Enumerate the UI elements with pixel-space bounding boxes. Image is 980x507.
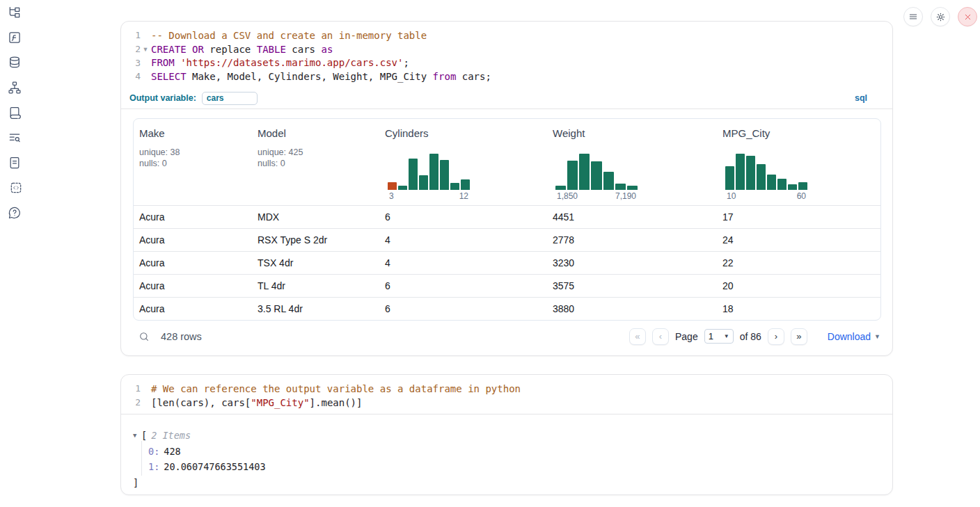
table-cell: TL 4dr <box>252 280 379 291</box>
variables-icon[interactable] <box>0 25 29 50</box>
histogram-bar <box>450 183 459 190</box>
table-cell: Acura <box>134 303 252 314</box>
table-cell: 4 <box>379 234 547 246</box>
table-cell: 3575 <box>547 280 717 291</box>
histogram-bar <box>767 175 776 190</box>
shutdown-button[interactable] <box>958 7 977 26</box>
code-line[interactable]: 4SELECT Make, Model, Cylinders, Weight, … <box>121 70 892 83</box>
table-cell: 3880 <box>547 303 717 314</box>
table-cell: 6 <box>379 303 547 314</box>
table-row[interactable]: AcuraTL 4dr6357520 <box>134 274 880 297</box>
table-cell: 20 <box>717 280 880 291</box>
search-icon[interactable] <box>139 331 150 342</box>
line-number: 4 <box>121 71 142 81</box>
histogram-bar <box>757 164 766 190</box>
histogram-bar <box>736 154 745 190</box>
table-row[interactable]: AcuraTSX 4dr4323022 <box>134 251 880 274</box>
column-header-mpg-city[interactable]: MPG_City 1060 <box>717 119 880 205</box>
column-stats: unique: 425 nulls: 0 <box>258 147 374 169</box>
mpg-city-histogram: 1060 <box>725 154 807 201</box>
download-button[interactable]: Download ▼ <box>828 331 880 342</box>
code-line[interactable]: 2▼CREATE OR replace TABLE cars as <box>121 42 892 56</box>
histogram-bar <box>555 186 566 190</box>
column-header-cylinders[interactable]: Cylinders 312 <box>379 119 547 205</box>
histogram-bar <box>591 161 601 190</box>
sql-cell-footer: Output variable: sql <box>121 88 892 109</box>
language-badge[interactable]: sql <box>855 93 867 103</box>
code-line[interactable]: 1-- Download a CSV and create an in-memo… <box>121 29 892 42</box>
next-page-button[interactable]: › <box>768 328 784 345</box>
histogram-bar <box>788 184 797 190</box>
histogram-bar <box>398 186 407 190</box>
column-header-weight[interactable]: Weight 1,8507,190 <box>547 119 717 205</box>
first-page-button[interactable]: « <box>629 328 646 345</box>
histogram-bar <box>461 179 470 190</box>
help-icon[interactable] <box>0 200 29 225</box>
table-header-row: Make unique: 38 nulls: 0 Model unique: 4… <box>134 119 880 205</box>
list-output-tree: ▼ [ 2 Items 0: 428 1: 20.060747663551403… <box>121 415 892 490</box>
output-variable-label: Output variable: <box>129 93 196 103</box>
chevron-down-icon: ▼ <box>724 333 729 339</box>
weight-histogram: 1,8507,190 <box>555 154 638 201</box>
line-number: 1 <box>121 383 142 394</box>
fold-chevron-icon[interactable]: ▼ <box>142 46 149 53</box>
tree-entries: 0: 428 1: 20.060747663551403 <box>141 441 880 476</box>
items-count-label: 2 Items <box>151 430 191 441</box>
line-number: 3 <box>121 58 142 68</box>
page-select[interactable]: 1 ▼ <box>704 329 734 344</box>
menu-button[interactable] <box>903 7 923 26</box>
collapse-chevron-icon[interactable]: ▼ <box>133 432 141 439</box>
histogram-bar <box>579 154 590 190</box>
settings-button[interactable] <box>931 7 950 26</box>
table-cell: 2778 <box>547 234 717 246</box>
histogram-bar <box>615 184 626 190</box>
hamburger-icon <box>908 12 918 22</box>
histogram-bar <box>440 160 449 190</box>
dependency-graph-icon[interactable] <box>0 75 29 100</box>
code-line[interactable]: 2[len(cars), cars["MPG_City"].mean()] <box>121 396 892 410</box>
code-line[interactable]: 1# We can reference the output variable … <box>121 382 892 396</box>
dataframe-table: Make unique: 38 nulls: 0 Model unique: 4… <box>133 118 881 321</box>
table-cell: 4451 <box>547 211 717 223</box>
table-row[interactable]: AcuraRSX Type S 2dr4277824 <box>134 228 880 251</box>
table-cell: Acura <box>134 211 252 223</box>
table-cell: 6 <box>379 211 547 223</box>
histogram-bar <box>746 156 755 190</box>
logs-icon[interactable] <box>0 125 29 150</box>
table-cell: 24 <box>717 234 880 246</box>
table-cell: 3230 <box>547 257 717 268</box>
last-page-button[interactable]: » <box>791 328 807 345</box>
gear-icon <box>935 12 946 22</box>
code-line[interactable]: 3FROM 'https://datasets.marimo.app/cars.… <box>121 56 892 70</box>
cylinders-histogram: 312 <box>388 154 470 201</box>
snippets-icon[interactable] <box>0 175 29 200</box>
output-variable-input[interactable] <box>202 92 258 105</box>
packages-icon[interactable] <box>0 100 29 125</box>
table-cell: 22 <box>717 257 880 268</box>
histogram-bar <box>388 182 397 190</box>
column-header-make[interactable]: Make unique: 38 nulls: 0 <box>134 119 252 205</box>
chevron-down-icon: ▼ <box>874 333 880 340</box>
table-cell: 18 <box>717 303 880 314</box>
page-label: Page <box>675 331 698 342</box>
histogram-bar <box>419 175 428 190</box>
sql-code-editor[interactable]: 1-- Download a CSV and create an in-memo… <box>121 22 892 88</box>
file-explorer-icon[interactable] <box>0 0 29 25</box>
documentation-icon[interactable] <box>0 150 29 175</box>
sidebar <box>0 0 29 507</box>
prev-page-button[interactable]: ‹ <box>652 328 669 345</box>
table-cell: 3.5 RL 4dr <box>252 303 379 314</box>
datasources-icon[interactable] <box>0 50 29 75</box>
histogram-bar <box>409 159 418 190</box>
table-body: AcuraMDX6445117AcuraRSX Type S 2dr427782… <box>134 205 880 320</box>
close-bracket: ] <box>133 476 880 490</box>
table-cell: 6 <box>379 280 547 291</box>
histogram-bar <box>627 186 638 190</box>
table-footer: 428 rows « ‹ Page 1 ▼ of 86 › » Download… <box>133 321 880 353</box>
line-number: 2 <box>121 44 142 54</box>
table-row[interactable]: AcuraMDX6445117 <box>134 205 880 228</box>
python-code-editor[interactable]: 1# We can reference the output variable … <box>121 375 892 414</box>
table-row[interactable]: Acura3.5 RL 4dr6388018 <box>134 297 880 320</box>
column-header-model[interactable]: Model unique: 425 nulls: 0 <box>252 119 379 205</box>
table-cell: Acura <box>134 234 252 246</box>
